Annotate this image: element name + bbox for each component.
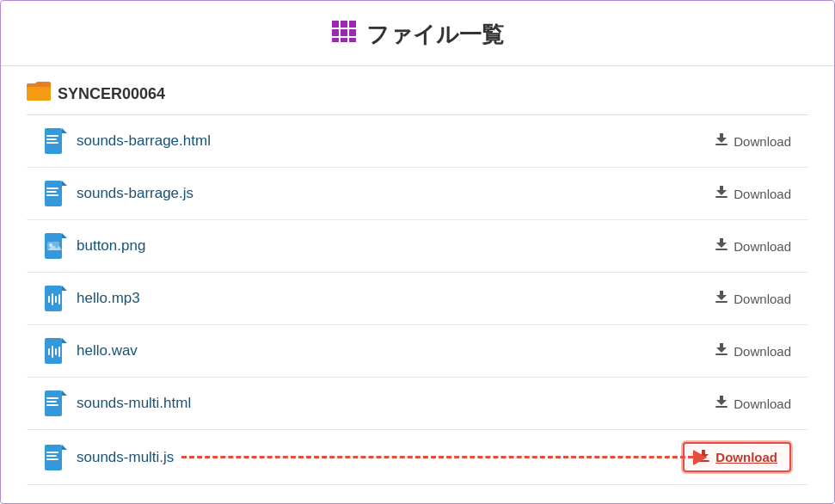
- svg-marker-49: [62, 445, 67, 450]
- svg-rect-16: [45, 181, 62, 206]
- svg-rect-31: [52, 293, 53, 305]
- file-info: hello.mp3: [44, 285, 140, 312]
- file-info: sounds-barrage.js: [44, 180, 193, 207]
- arrow-annotation: [181, 450, 707, 465]
- download-label: Download: [734, 344, 791, 359]
- download-button[interactable]: Download: [715, 395, 791, 413]
- svg-rect-7: [341, 38, 347, 42]
- file-name: sounds-multi.html: [77, 395, 191, 412]
- download-button[interactable]: Download: [715, 237, 791, 255]
- svg-rect-20: [46, 194, 58, 196]
- file-list: sounds-barrage.html Download: [27, 114, 808, 485]
- download-icon: [715, 132, 728, 151]
- svg-rect-9: [27, 87, 51, 101]
- file-mp3-icon: [44, 285, 68, 312]
- download-icon: [715, 395, 728, 413]
- svg-rect-51: [46, 455, 57, 457]
- file-name: sounds-multi.js: [77, 449, 174, 466]
- svg-rect-3: [332, 29, 339, 36]
- svg-rect-8: [349, 38, 356, 42]
- download-icon: [715, 185, 728, 203]
- folder-section: SYNCER00064 sounds-barrage.html: [1, 66, 834, 485]
- file-info: sounds-barrage.html: [44, 127, 211, 155]
- download-button[interactable]: Download: [715, 290, 791, 308]
- svg-rect-12: [46, 135, 58, 137]
- file-js-icon: [44, 444, 68, 471]
- svg-rect-4: [341, 29, 347, 36]
- file-info: button.png: [44, 232, 145, 260]
- svg-marker-11: [62, 128, 67, 133]
- file-info: hello.wav: [44, 337, 138, 365]
- folder-name: SYNCER00064: [58, 85, 165, 103]
- svg-rect-0: [332, 21, 339, 28]
- svg-rect-1: [341, 21, 347, 28]
- svg-rect-39: [55, 348, 57, 355]
- svg-rect-32: [55, 296, 57, 303]
- download-button[interactable]: Download: [715, 185, 791, 203]
- svg-rect-41: [715, 353, 728, 355]
- download-button[interactable]: Download: [715, 132, 791, 151]
- file-png-icon: [44, 232, 68, 260]
- file-name: hello.mp3: [77, 290, 140, 307]
- svg-rect-42: [45, 390, 62, 416]
- svg-rect-21: [715, 196, 728, 198]
- file-row: hello.mp3 Download: [27, 273, 808, 325]
- download-label: Download: [734, 239, 791, 254]
- svg-rect-2: [349, 21, 356, 28]
- main-container: ファイル一覧 SYNCER00064: [0, 0, 835, 504]
- svg-rect-38: [52, 346, 53, 358]
- dashed-line: [181, 456, 693, 458]
- svg-rect-14: [46, 142, 58, 144]
- svg-rect-27: [715, 249, 728, 250]
- download-icon: [715, 342, 728, 360]
- svg-marker-36: [62, 338, 67, 343]
- download-label-highlighted: Download: [715, 450, 777, 464]
- svg-rect-44: [46, 397, 58, 399]
- download-icon: [715, 237, 728, 255]
- download-label: Download: [734, 134, 791, 149]
- folder-icon: [27, 82, 51, 106]
- svg-rect-19: [46, 191, 57, 193]
- svg-marker-23: [62, 233, 67, 238]
- svg-rect-37: [48, 348, 50, 355]
- svg-rect-34: [715, 301, 728, 303]
- arrow-head-icon: [693, 450, 707, 465]
- download-label: Download: [734, 292, 791, 306]
- file-html-icon: [44, 127, 68, 155]
- download-button[interactable]: Download: [715, 342, 791, 360]
- svg-rect-40: [58, 347, 60, 357]
- svg-rect-18: [46, 187, 58, 189]
- file-row: sounds-barrage.html Download: [27, 115, 808, 168]
- file-row: button.png Download: [27, 220, 808, 273]
- download-label: Download: [734, 187, 791, 201]
- page-title-section: ファイル一覧: [1, 1, 834, 66]
- svg-rect-46: [46, 404, 58, 406]
- download-label: Download: [734, 396, 791, 411]
- file-wav-icon: [44, 337, 68, 365]
- svg-rect-48: [45, 445, 62, 470]
- file-js-icon: [44, 180, 68, 207]
- svg-rect-33: [58, 294, 60, 304]
- svg-marker-29: [62, 286, 67, 291]
- svg-rect-47: [715, 406, 728, 408]
- file-html-icon: [44, 390, 68, 417]
- svg-rect-13: [46, 138, 57, 140]
- svg-rect-30: [48, 296, 50, 303]
- svg-marker-43: [62, 390, 67, 396]
- file-name: sounds-barrage.html: [77, 132, 211, 150]
- page-title-text: ファイル一覧: [366, 20, 504, 50]
- file-row: sounds-barrage.js Download: [27, 168, 808, 220]
- file-name: sounds-barrage.js: [77, 185, 193, 202]
- file-row-highlighted: sounds-multi.js Download: [27, 430, 808, 485]
- svg-rect-15: [715, 144, 728, 145]
- svg-rect-6: [332, 38, 339, 42]
- file-row: sounds-multi.html Download: [27, 378, 808, 430]
- title-grid-icon: [332, 21, 358, 49]
- file-name: button.png: [77, 237, 145, 255]
- file-row: hello.wav Download: [27, 325, 808, 378]
- svg-rect-52: [46, 458, 58, 460]
- file-name: hello.wav: [77, 342, 138, 360]
- folder-header: SYNCER00064: [27, 82, 808, 106]
- svg-marker-17: [62, 181, 67, 186]
- file-info: sounds-multi.js: [44, 444, 174, 471]
